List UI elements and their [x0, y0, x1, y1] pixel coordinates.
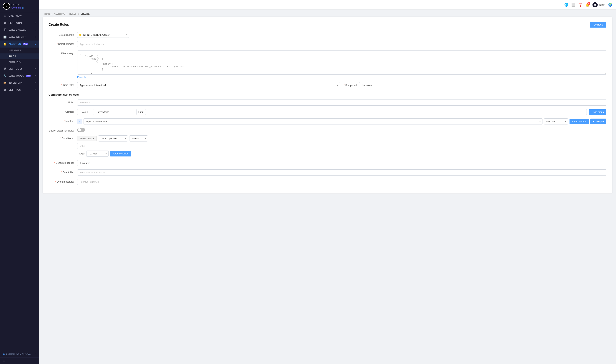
- equals-select[interactable]: equals: [129, 135, 148, 142]
- select-arrow-icon: ▾: [126, 34, 127, 36]
- help-icon[interactable]: ❓: [578, 3, 583, 7]
- condition-value-input[interactable]: [77, 143, 606, 149]
- function-select-wrap: function ▾: [544, 118, 568, 124]
- group-by-select[interactable]: Group by: [77, 109, 94, 115]
- schedule-period-select[interactable]: 1 minutes 5 minutes 15 minutes: [77, 160, 606, 166]
- chevron-up-icon: ▴: [35, 43, 36, 45]
- hamburger-menu[interactable]: ≡: [0, 358, 39, 364]
- breadcrumb-sep3: /: [78, 13, 79, 15]
- stat-period-select[interactable]: 1 minutes 5 minutes 15 minutes 30 minute…: [359, 82, 606, 88]
- limit-label: Limit: [138, 111, 143, 113]
- breadcrumb: Home / ALERTING / RULES / CREATE: [39, 10, 616, 17]
- logo-infini: INFINI: [12, 3, 24, 6]
- enterprise-label: Enterprise (1.5.0_SNAPS...: [6, 353, 31, 355]
- groups-row: Groups: Group by everything: [49, 109, 606, 115]
- breadcrumb-home[interactable]: Home: [44, 13, 50, 15]
- time-field-select[interactable]: Type to search time field: [77, 82, 340, 88]
- sidebar-item-label: PLATFORM: [9, 22, 22, 24]
- time-field-label: * Time field:: [49, 82, 77, 86]
- collapse-button[interactable]: ▾ Collapse: [590, 118, 606, 124]
- pro-badge-data-tools: Pro: [26, 75, 31, 77]
- schedule-period-wrap: 1 minutes 5 minutes 15 minutes ▾: [77, 160, 606, 166]
- priority-select[interactable]: P1(High) P2(Medium) P3(Low): [86, 151, 109, 157]
- sidebar-item-label: SETTINGS: [9, 89, 21, 91]
- sidebar-item-data-manage[interactable]: 🗄 DATA MANAGE ▾: [0, 26, 39, 33]
- add-condition-button[interactable]: + Add condition: [110, 151, 131, 156]
- select-objects-input[interactable]: [77, 41, 606, 47]
- logo-icon: N: [3, 3, 10, 10]
- chevron-down-icon: ▾: [35, 29, 36, 31]
- form-header: Create Rules Go Back: [49, 22, 606, 27]
- stat-period-select-wrap: 1 minutes 5 minutes 15 minutes 30 minute…: [359, 82, 606, 88]
- footer-arrow[interactable]: >: [35, 353, 36, 355]
- alerting-icon: 🔔: [3, 42, 7, 46]
- terminal-icon[interactable]: ⬜: [571, 3, 575, 7]
- priority-select-wrap: P1(High) P2(Medium) P3(Low) ▾: [86, 151, 109, 157]
- bucket-label-toggle[interactable]: [77, 128, 85, 132]
- schedule-period-label: * Schedule period:: [49, 160, 77, 164]
- admin-user-area[interactable]: N admin: [592, 2, 605, 7]
- content-area: Home / ALERTING / RULES / CREATE Create …: [39, 10, 616, 364]
- sidebar-item-data-insight[interactable]: 📊 DATA INSIGHT ▾: [0, 33, 39, 40]
- sidebar-item-alerting[interactable]: 🔔 ALERTING Pro ▴: [0, 40, 39, 48]
- metrics-label: * Metrics:: [49, 118, 77, 123]
- sidebar-item-platform[interactable]: ⚙ PLATFORM ▾: [0, 19, 39, 26]
- limit-input[interactable]: 5: [145, 109, 587, 115]
- settings-icon: ⚙: [3, 88, 7, 91]
- inventory-icon: 📦: [3, 81, 7, 84]
- select-objects-wrap: [77, 41, 606, 47]
- data-manage-icon: 🗄: [3, 28, 7, 31]
- breadcrumb-current: CREATE: [81, 13, 89, 15]
- sidebar-footer: ◆ Enterprise (1.5.0_SNAPS... >: [0, 350, 39, 358]
- sidebar-item-settings[interactable]: ⚙ SETTINGS ▾: [0, 86, 39, 93]
- sidebar-item-rules[interactable]: RULES: [0, 53, 39, 59]
- event-title-row: * Event title:: [49, 169, 606, 176]
- diamond-icon: ◆: [3, 352, 5, 355]
- sidebar-item-overview[interactable]: ⊞ OVERVIEW: [0, 13, 39, 19]
- function-select[interactable]: function: [544, 118, 568, 124]
- platform-icon: ⚙: [3, 21, 7, 25]
- sidebar: N INFINI Console ||| ⊞ OVERVIEW ⚙ PLATFO…: [0, 0, 39, 364]
- notification-badge: 9: [587, 2, 590, 5]
- rule-input-wrap: [77, 100, 606, 106]
- sidebar-item-label: DEV TOOLS: [9, 67, 23, 70]
- sidebar-item-messages[interactable]: MESSAGES: [0, 48, 39, 53]
- sidebar-item-label: DATA MANAGE: [9, 29, 27, 31]
- add-group-button[interactable]: + Add group: [588, 109, 606, 115]
- lasts-periods-select[interactable]: Lasts 1 periods: [98, 135, 128, 142]
- notification-area[interactable]: 🔔 9: [586, 3, 589, 7]
- breadcrumb-rules[interactable]: RULES: [69, 13, 76, 15]
- groups-label: Groups:: [49, 109, 77, 113]
- language-icon[interactable]: 🌍: [608, 3, 612, 7]
- filter-query-textarea[interactable]: { "bool": { "must": [ { "match": { "payl…: [77, 51, 606, 75]
- chevron-down-icon: ▾: [35, 22, 36, 24]
- event-title-input[interactable]: [77, 169, 606, 176]
- breadcrumb-alerting[interactable]: ALERTING: [54, 13, 65, 15]
- sidebar-item-dev-tools[interactable]: 🛠 DEV TOOLS ▾: [0, 65, 39, 72]
- globe-icon[interactable]: 🌐: [564, 3, 568, 7]
- logo-console: Console |||: [12, 6, 24, 9]
- chevron-down-icon: ▾: [35, 36, 36, 38]
- create-rules-form: Create Rules Go Back Select cluster: INF…: [42, 17, 612, 194]
- sidebar-item-data-tools[interactable]: 🔧 DATA TOOLS Pro ▾: [0, 72, 39, 79]
- search-field-select[interactable]: Type to search field: [84, 118, 543, 124]
- time-field-row: * Time field: Type to search time field …: [49, 82, 606, 88]
- sidebar-item-inventory[interactable]: 📦 INVENTORY ▾: [0, 79, 39, 86]
- sidebar-item-channels[interactable]: CHANNELS: [0, 59, 39, 65]
- event-title-label: * Event title:: [49, 169, 77, 174]
- go-back-button[interactable]: Go Back: [590, 22, 606, 27]
- rule-name-input[interactable]: [77, 100, 606, 106]
- admin-label: admin: [599, 3, 605, 6]
- select-cluster-label: Select cluster:: [49, 32, 77, 36]
- example-link[interactable]: Example: [77, 76, 86, 78]
- metrics-row: * Metrics: a Type to search field ▾: [49, 118, 606, 124]
- cluster-select[interactable]: INFINI_SYSTEM (Center): [81, 32, 126, 38]
- everything-select[interactable]: everything: [96, 109, 137, 115]
- select-objects-row: * Select objects:: [49, 41, 606, 47]
- sidebar-item-label: DATA INSIGHT: [9, 36, 26, 38]
- add-metrics-button[interactable]: + Add metrics: [570, 119, 589, 124]
- chevron-down-icon: ▾: [35, 75, 36, 77]
- filter-query-label: Filter query:: [49, 51, 77, 55]
- event-message-input[interactable]: [77, 179, 606, 185]
- filter-query-wrap: { "bool": { "must": [ { "match": { "payl…: [77, 51, 606, 79]
